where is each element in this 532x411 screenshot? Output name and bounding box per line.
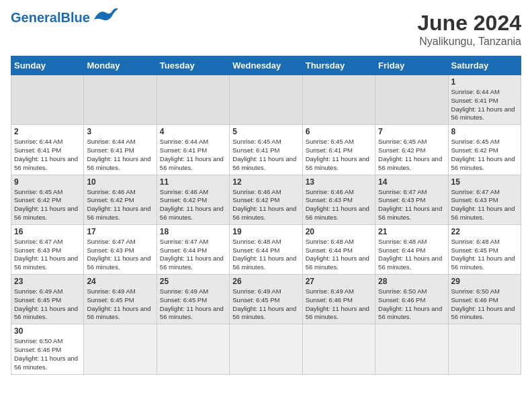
day-info: Sunrise: 6:50 AMSunset: 6:46 PMDaylight:… [451,287,518,322]
day-number: 25 [160,277,226,286]
calendar-cell [157,324,229,374]
calendar-cell [375,324,448,374]
logo-text: GeneralBlue [11,11,90,24]
day-number: 6 [306,127,372,136]
col-header-tuesday: Tuesday [157,56,229,75]
calendar-cell: 12Sunrise: 6:46 AMSunset: 6:42 PMDayligh… [230,175,302,224]
day-number: 11 [160,177,226,187]
logo: GeneralBlue [11,11,118,24]
calendar-cell [302,324,375,374]
calendar-title: June 2024 [417,11,521,36]
col-header-sunday: Sunday [11,56,84,75]
page-header: GeneralBlue June 2024 Nyalikungu, Tanzan… [11,11,521,48]
day-info: Sunrise: 6:45 AMSunset: 6:41 PMDaylight:… [306,138,372,172]
day-number: 22 [451,227,518,236]
day-info: Sunrise: 6:49 AMSunset: 6:46 PMDaylight:… [306,287,372,322]
calendar-cell: 21Sunrise: 6:48 AMSunset: 6:44 PMDayligh… [375,224,448,274]
day-info: Sunrise: 6:47 AMSunset: 6:43 PMDaylight:… [451,188,518,222]
calendar-cell [230,75,302,125]
day-info: Sunrise: 6:48 AMSunset: 6:44 PMDaylight:… [378,238,445,272]
calendar-cell: 15Sunrise: 6:47 AMSunset: 6:43 PMDayligh… [448,175,521,224]
day-number: 19 [232,227,299,236]
calendar-cell: 14Sunrise: 6:47 AMSunset: 6:43 PMDayligh… [375,175,448,224]
calendar-cell: 4Sunrise: 6:44 AMSunset: 6:41 PMDaylight… [157,125,229,175]
col-header-monday: Monday [84,56,157,75]
calendar-week-row: 1Sunrise: 6:44 AMSunset: 6:41 PMDaylight… [11,75,521,125]
calendar-week-row: 23Sunrise: 6:49 AMSunset: 6:45 PMDayligh… [11,275,521,324]
day-info: Sunrise: 6:44 AMSunset: 6:41 PMDaylight:… [451,88,518,122]
day-number: 23 [14,277,81,286]
day-number: 13 [306,177,372,187]
day-info: Sunrise: 6:47 AMSunset: 6:44 PMDaylight:… [160,238,226,272]
day-number: 14 [378,177,445,187]
day-number: 30 [14,326,81,336]
calendar-subtitle: Nyalikungu, Tanzania [417,36,521,48]
calendar-cell: 20Sunrise: 6:48 AMSunset: 6:44 PMDayligh… [302,224,375,274]
col-header-saturday: Saturday [448,56,521,75]
day-info: Sunrise: 6:46 AMSunset: 6:42 PMDaylight:… [160,188,226,222]
calendar-cell: 6Sunrise: 6:45 AMSunset: 6:41 PMDaylight… [302,125,375,175]
logo-general: General [11,10,60,25]
day-info: Sunrise: 6:47 AMSunset: 6:43 PMDaylight:… [14,238,81,272]
calendar-cell: 1Sunrise: 6:44 AMSunset: 6:41 PMDaylight… [448,75,521,125]
day-number: 28 [378,277,445,286]
day-info: Sunrise: 6:46 AMSunset: 6:42 PMDaylight:… [87,188,153,222]
day-number: 8 [451,127,518,136]
calendar-cell: 19Sunrise: 6:48 AMSunset: 6:44 PMDayligh… [230,224,302,274]
logo-bird-icon [93,7,118,22]
day-number: 16 [14,227,81,236]
day-info: Sunrise: 6:50 AMSunset: 6:46 PMDaylight:… [378,287,445,322]
calendar-week-row: 2Sunrise: 6:44 AMSunset: 6:41 PMDaylight… [11,125,521,175]
day-info: Sunrise: 6:45 AMSunset: 6:42 PMDaylight:… [14,188,81,222]
day-number: 5 [232,127,299,136]
calendar-cell: 26Sunrise: 6:49 AMSunset: 6:45 PMDayligh… [230,275,302,324]
day-number: 15 [451,177,518,187]
calendar-week-row: 30Sunrise: 6:50 AMSunset: 6:46 PMDayligh… [11,324,521,374]
calendar-cell [448,324,521,374]
calendar-cell: 8Sunrise: 6:45 AMSunset: 6:42 PMDaylight… [448,125,521,175]
day-info: Sunrise: 6:45 AMSunset: 6:42 PMDaylight:… [451,138,518,172]
day-number: 7 [378,127,445,136]
day-info: Sunrise: 6:49 AMSunset: 6:45 PMDaylight:… [232,287,299,322]
calendar-cell [84,324,157,374]
day-info: Sunrise: 6:49 AMSunset: 6:45 PMDaylight:… [14,287,81,322]
day-info: Sunrise: 6:47 AMSunset: 6:43 PMDaylight:… [378,188,445,222]
day-number: 4 [160,127,226,136]
day-number: 26 [232,277,299,286]
calendar-table: SundayMondayTuesdayWednesdayThursdayFrid… [11,56,521,375]
calendar-cell: 29Sunrise: 6:50 AMSunset: 6:46 PMDayligh… [448,275,521,324]
day-number: 24 [87,277,153,286]
day-number: 18 [160,227,226,236]
logo-blue: Blue [60,10,89,25]
calendar-cell: 22Sunrise: 6:48 AMSunset: 6:45 PMDayligh… [448,224,521,274]
col-header-wednesday: Wednesday [230,56,302,75]
day-info: Sunrise: 6:46 AMSunset: 6:43 PMDaylight:… [306,188,372,222]
calendar-week-row: 9Sunrise: 6:45 AMSunset: 6:42 PMDaylight… [11,175,521,224]
col-header-friday: Friday [375,56,448,75]
day-info: Sunrise: 6:47 AMSunset: 6:43 PMDaylight:… [87,238,153,272]
calendar-cell: 17Sunrise: 6:47 AMSunset: 6:43 PMDayligh… [84,224,157,274]
calendar-cell [11,75,84,125]
day-info: Sunrise: 6:45 AMSunset: 6:42 PMDaylight:… [378,138,445,172]
day-info: Sunrise: 6:44 AMSunset: 6:41 PMDaylight:… [160,138,226,172]
calendar-cell: 7Sunrise: 6:45 AMSunset: 6:42 PMDaylight… [375,125,448,175]
calendar-cell: 5Sunrise: 6:45 AMSunset: 6:41 PMDaylight… [230,125,302,175]
calendar-week-row: 16Sunrise: 6:47 AMSunset: 6:43 PMDayligh… [11,224,521,274]
title-block: June 2024 Nyalikungu, Tanzania [417,11,521,48]
day-info: Sunrise: 6:48 AMSunset: 6:44 PMDaylight:… [306,238,372,272]
calendar-cell: 24Sunrise: 6:49 AMSunset: 6:45 PMDayligh… [84,275,157,324]
day-number: 10 [87,177,153,187]
day-number: 12 [232,177,299,187]
calendar-cell [157,75,229,125]
day-info: Sunrise: 6:44 AMSunset: 6:41 PMDaylight:… [87,138,153,172]
day-number: 29 [451,277,518,286]
calendar-cell: 30Sunrise: 6:50 AMSunset: 6:46 PMDayligh… [11,324,84,374]
day-info: Sunrise: 6:45 AMSunset: 6:41 PMDaylight:… [232,138,299,172]
day-number: 3 [87,127,153,136]
calendar-cell: 27Sunrise: 6:49 AMSunset: 6:46 PMDayligh… [302,275,375,324]
day-info: Sunrise: 6:49 AMSunset: 6:45 PMDaylight:… [160,287,226,322]
calendar-cell [84,75,157,125]
day-number: 17 [87,227,153,236]
calendar-cell [375,75,448,125]
calendar-cell: 9Sunrise: 6:45 AMSunset: 6:42 PMDaylight… [11,175,84,224]
